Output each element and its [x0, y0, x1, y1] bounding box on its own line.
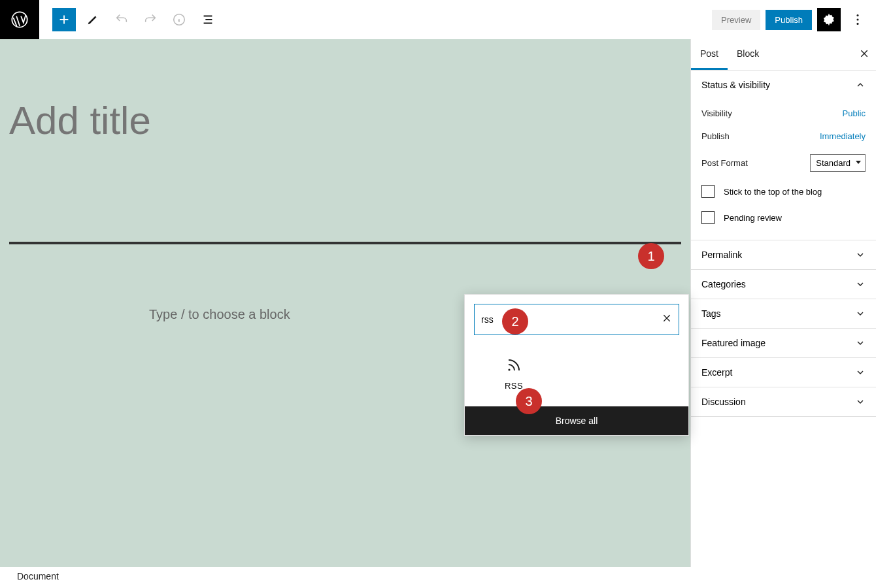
redo-button[interactable] — [139, 8, 162, 31]
chevron-down-icon — [855, 279, 866, 289]
panel-body-status: Visibility Public Publish Immediately Po… — [691, 99, 876, 240]
sidebar-tabs: Post Block — [691, 39, 876, 71]
panel-discussion: Discussion — [691, 387, 876, 417]
sticky-label: Stick to the top of the blog — [724, 187, 822, 197]
chevron-down-icon — [855, 397, 866, 407]
pending-checkbox[interactable] — [701, 211, 715, 224]
svg-point-3 — [856, 14, 858, 16]
row-sticky: Stick to the top of the blog — [701, 178, 866, 204]
row-pending: Pending review — [701, 204, 866, 231]
preview-button[interactable]: Preview — [712, 10, 760, 30]
panel-title: Featured image — [701, 338, 766, 348]
annotation-1: 1 — [638, 243, 664, 269]
toolbar-right-group: Preview Publish — [712, 0, 869, 39]
pencil-icon — [86, 12, 100, 27]
publish-button[interactable]: Publish — [766, 10, 812, 30]
info-button[interactable] — [167, 8, 191, 31]
svg-point-5 — [856, 23, 858, 25]
clear-search-button[interactable] — [662, 313, 672, 327]
pending-label: Pending review — [724, 213, 782, 223]
panel-title: Discussion — [701, 397, 746, 407]
more-options-button[interactable] — [846, 8, 869, 31]
panel-head-featured-image[interactable]: Featured image — [691, 329, 876, 357]
panel-head-discussion[interactable]: Discussion — [691, 387, 876, 416]
add-block-button[interactable] — [52, 8, 76, 31]
block-inserter-popover: RSS Browse all — [464, 294, 689, 436]
row-visibility: Visibility Public — [701, 102, 866, 125]
close-icon — [859, 48, 869, 59]
panel-excerpt: Excerpt — [691, 358, 876, 387]
wordpress-logo[interactable] — [0, 0, 39, 39]
publish-value-link[interactable]: Immediately — [820, 131, 866, 141]
panel-title: Status & visibility — [701, 80, 770, 90]
browse-all-button[interactable]: Browse all — [465, 406, 688, 435]
panel-title: Categories — [701, 279, 746, 289]
kebab-icon — [851, 12, 865, 27]
panel-tags: Tags — [691, 299, 876, 329]
redo-icon — [143, 12, 158, 27]
panel-status-visibility: Status & visibility Visibility Public Pu… — [691, 71, 876, 240]
rss-icon — [484, 357, 543, 373]
panel-title: Permalink — [701, 250, 742, 260]
settings-button[interactable] — [817, 8, 841, 31]
panel-permalink: Permalink — [691, 240, 876, 270]
annotation-3: 3 — [516, 388, 542, 414]
chevron-up-icon — [855, 80, 866, 90]
publish-label: Publish — [701, 131, 730, 141]
visibility-label: Visibility — [701, 108, 732, 118]
row-post-format: Post Format Standard — [701, 148, 866, 178]
chevron-down-icon — [855, 308, 866, 319]
toolbar-left-group — [39, 8, 220, 31]
info-icon — [172, 12, 186, 27]
inserter-results: RSS — [465, 344, 688, 406]
chevron-down-icon — [855, 338, 866, 348]
chevron-down-icon — [855, 367, 866, 378]
panel-head-categories[interactable]: Categories — [691, 270, 876, 299]
block-type-rss[interactable]: RSS — [484, 357, 543, 391]
undo-icon — [114, 12, 129, 27]
wordpress-icon — [10, 10, 29, 29]
panel-head-tags[interactable]: Tags — [691, 299, 876, 328]
visibility-value-link[interactable]: Public — [843, 108, 866, 118]
svg-point-4 — [856, 18, 858, 20]
post-format-select[interactable]: Standard — [810, 154, 866, 172]
tab-post[interactable]: Post — [691, 39, 728, 70]
post-format-label: Post Format — [701, 158, 748, 168]
separator-block[interactable] — [9, 242, 681, 244]
close-icon — [662, 313, 672, 323]
block-breadcrumb[interactable]: Document — [0, 567, 690, 588]
panel-head-permalink[interactable]: Permalink — [691, 240, 876, 269]
panel-head-status[interactable]: Status & visibility — [691, 71, 876, 99]
row-publish: Publish Immediately — [701, 125, 866, 148]
plus-icon — [57, 12, 71, 27]
panel-title: Tags — [701, 308, 721, 319]
paragraph-placeholder[interactable]: Type / to choose a block — [149, 307, 290, 322]
tools-button[interactable] — [81, 8, 105, 31]
close-sidebar-button[interactable] — [859, 48, 869, 61]
annotation-2: 2 — [502, 308, 528, 335]
panel-categories: Categories — [691, 270, 876, 299]
post-title-input[interactable] — [9, 91, 681, 150]
gear-icon — [822, 12, 836, 27]
svg-point-6 — [508, 368, 510, 370]
panel-title: Excerpt — [701, 367, 732, 378]
undo-button[interactable] — [110, 8, 133, 31]
list-icon — [201, 12, 215, 27]
panel-head-excerpt[interactable]: Excerpt — [691, 358, 876, 387]
chevron-down-icon — [855, 250, 866, 260]
top-toolbar: Preview Publish — [0, 0, 876, 39]
tab-block[interactable]: Block — [728, 39, 768, 70]
panel-featured-image: Featured image — [691, 329, 876, 358]
document-outline-button[interactable] — [196, 8, 220, 31]
sticky-checkbox[interactable] — [701, 185, 715, 198]
settings-sidebar: Post Block Status & visibility Visibilit… — [690, 39, 876, 567]
